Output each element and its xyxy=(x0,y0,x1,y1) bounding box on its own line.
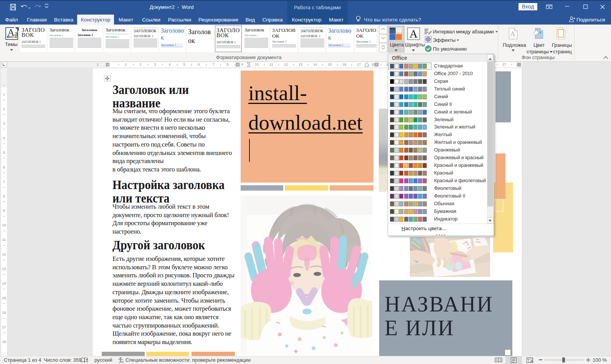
svg-text:A: A xyxy=(510,30,515,38)
